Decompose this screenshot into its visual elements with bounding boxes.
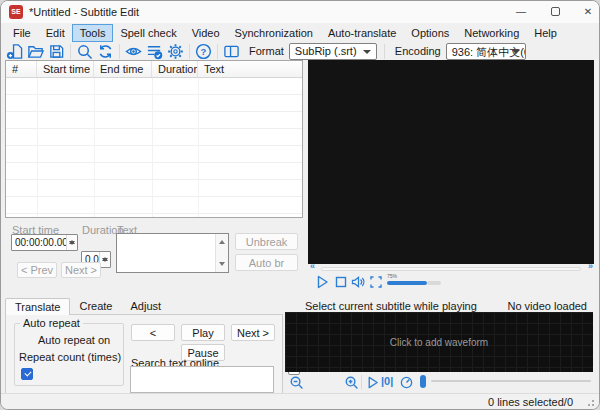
- visual-sync-icon[interactable]: [123, 42, 144, 60]
- volume-percent: 75%: [387, 273, 397, 279]
- video-display[interactable]: [308, 60, 594, 264]
- seek-forward-icon[interactable]: »: [588, 261, 592, 271]
- tab-create[interactable]: Create: [70, 298, 121, 315]
- subtitle-text-area[interactable]: [116, 233, 229, 273]
- app-window: SE *Untitled - Subtitle Edit — ✕ File Ed…: [0, 0, 600, 410]
- tab-strip: Translate Create Adjust: [5, 298, 170, 315]
- menu-video[interactable]: Video: [185, 25, 227, 41]
- toolbar-separator: [70, 44, 71, 59]
- start-time-spinner[interactable]: [66, 235, 77, 250]
- start-time-field[interactable]: 00:00:00.000: [11, 234, 78, 251]
- waveform-placeholder: Click to add waveform: [390, 337, 488, 348]
- column-text[interactable]: Text: [198, 61, 302, 77]
- close-button[interactable]: ✕: [574, 3, 600, 21]
- stop-icon[interactable]: [333, 274, 349, 290]
- auto-repeat-checkbox-label: Auto repeat on: [38, 334, 110, 346]
- encoding-label: Encoding: [395, 45, 441, 57]
- toolbar-separator: [189, 44, 190, 59]
- window-title: *Untitled - Subtitle Edit: [29, 6, 139, 18]
- maximize-button[interactable]: [541, 3, 569, 21]
- select-current-subtitle-label: Select current subtitle while playing: [305, 300, 477, 312]
- settings-gear-icon[interactable]: [165, 42, 186, 60]
- unbreak-button[interactable]: Unbreak: [235, 233, 298, 250]
- volume-slider-track[interactable]: [427, 281, 441, 285]
- center-at-zero-icon[interactable]: |0|: [381, 375, 393, 387]
- subtitle-list-header: # Start time End time Duration Text: [6, 61, 302, 78]
- column-end-time[interactable]: End time: [94, 61, 152, 77]
- menu-options[interactable]: Options: [404, 25, 456, 41]
- format-dropdown[interactable]: SubRip (.srt): [289, 43, 377, 60]
- save-file-icon[interactable]: [46, 42, 67, 60]
- fullscreen-icon[interactable]: [368, 274, 384, 290]
- prev-button[interactable]: < Prev: [17, 262, 57, 278]
- subtitle-list[interactable]: # Start time End time Duration Text: [5, 60, 303, 218]
- menu-tools[interactable]: Tools: [73, 25, 113, 41]
- svg-text:?: ?: [201, 45, 207, 56]
- menu-networking[interactable]: Networking: [457, 25, 526, 41]
- menu-file[interactable]: File: [6, 25, 38, 41]
- toolbar: ? Format SubRip (.srt) Encoding 936: 简体中…: [1, 42, 599, 60]
- repeat-count-label: Repeat count (times): [19, 351, 121, 363]
- menu-synchronization[interactable]: Synchronization: [228, 25, 320, 41]
- find-icon[interactable]: [74, 42, 95, 60]
- no-video-loaded-label: No video loaded: [507, 300, 587, 312]
- column-start-time[interactable]: Start time: [37, 61, 94, 77]
- menu-spell-check[interactable]: Spell check: [113, 25, 183, 41]
- volume-icon[interactable]: [350, 274, 366, 290]
- waveform-area[interactable]: Click to add waveform: [285, 312, 593, 372]
- menu-edit[interactable]: Edit: [39, 25, 72, 41]
- format-label: Format: [249, 45, 284, 57]
- waveform-position-marker[interactable]: [420, 375, 426, 388]
- tab-adjust[interactable]: Adjust: [121, 298, 170, 315]
- volume-slider[interactable]: [387, 281, 427, 285]
- title-bar: SE *Untitled - Subtitle Edit — ✕: [1, 1, 599, 23]
- next-button[interactable]: Next >: [231, 324, 275, 341]
- grid-line: [198, 78, 199, 217]
- seek-back-icon[interactable]: «: [310, 261, 314, 271]
- zoom-in-icon[interactable]: [344, 375, 359, 390]
- play-button[interactable]: Play: [181, 324, 225, 341]
- column-number[interactable]: #: [6, 61, 37, 77]
- maximize-icon: [551, 7, 560, 16]
- help-icon[interactable]: ?: [193, 42, 214, 60]
- encoding-dropdown[interactable]: 936: 简体中文(G...: [446, 43, 526, 60]
- waveform-controls: |0|: [1, 373, 599, 391]
- subtitle-list-body[interactable]: [6, 78, 302, 217]
- waveform-position-track[interactable]: [431, 380, 591, 382]
- toolbar-separator: [217, 44, 218, 59]
- start-time-value: 00:00:00.000: [15, 237, 73, 248]
- minimize-button[interactable]: —: [507, 3, 535, 21]
- app-icon: SE: [9, 5, 23, 19]
- new-file-icon[interactable]: [4, 42, 25, 60]
- grid-line: [37, 78, 38, 217]
- replace-icon[interactable]: [95, 42, 116, 60]
- open-file-icon[interactable]: [25, 42, 46, 60]
- textarea-scrollbar[interactable]: [215, 234, 228, 272]
- auto-repeat-title: Auto repeat: [20, 317, 83, 329]
- menu-auto-translate[interactable]: Auto-translate: [321, 25, 403, 41]
- tab-translate[interactable]: Translate: [5, 298, 70, 315]
- seek-back-button[interactable]: <: [131, 324, 175, 341]
- play-icon[interactable]: [314, 274, 330, 290]
- resize-grip-icon[interactable]: [586, 398, 594, 406]
- split-layout-icon[interactable]: [221, 42, 242, 60]
- spell-check-icon[interactable]: [144, 42, 165, 60]
- video-controls: 75%: [308, 274, 594, 291]
- waveform-separator: [361, 375, 362, 389]
- grid-line: [152, 78, 153, 217]
- status-lines-selected: 0 lines selected/0: [488, 396, 573, 408]
- column-duration[interactable]: Duration: [152, 61, 198, 77]
- status-bar: 0 lines selected/0: [1, 393, 599, 410]
- waveform-play-icon[interactable]: [365, 375, 380, 390]
- next-subtitle-button[interactable]: Next >: [61, 262, 101, 278]
- menu-help[interactable]: Help: [527, 25, 564, 41]
- grid-line: [94, 78, 95, 217]
- auto-br-button[interactable]: Auto br: [235, 254, 298, 271]
- toolbar-separator: [384, 44, 385, 59]
- menu-bar: File Edit Tools Spell check Video Synchr…: [1, 23, 599, 42]
- toolbar-separator: [119, 44, 120, 59]
- seek-track[interactable]: [321, 267, 581, 271]
- zoom-out-icon[interactable]: [289, 375, 304, 390]
- playback-speed-icon[interactable]: [399, 375, 414, 390]
